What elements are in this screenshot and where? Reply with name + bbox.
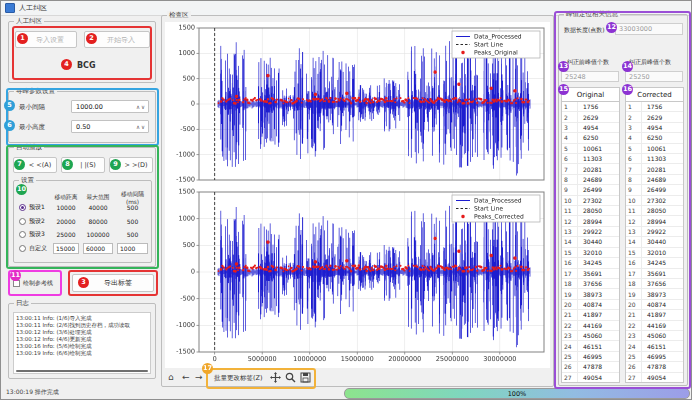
peak-row-index: 5 <box>562 144 578 153</box>
save-icon[interactable] <box>300 372 311 383</box>
preset-radio[interactable] <box>19 204 26 211</box>
peak-table-row[interactable]: 1837656 <box>626 279 683 289</box>
peak-table-row[interactable]: 926499 <box>626 185 683 195</box>
peak-table-row[interactable]: 611303 <box>562 154 619 164</box>
peak-table-row[interactable]: 720281 <box>626 164 683 174</box>
peak-table-row[interactable]: 11756 <box>562 102 619 112</box>
peak-table-row[interactable]: 1532010 <box>626 248 683 258</box>
peak-table-row[interactable]: 1634245 <box>626 258 683 268</box>
peak-table-row[interactable]: 2345060 <box>562 331 619 341</box>
peak-params-group: 寻峰参数设置 最小间隔 1000.00 ∧∨ 最小高度 0.50 ∧∨ <box>8 91 156 143</box>
peak-table-row[interactable]: 2141897 <box>562 310 619 320</box>
peak-table-row[interactable]: 2546995 <box>562 352 619 362</box>
preset-row[interactable]: 自定义15000600001000 <box>15 242 150 256</box>
chart-toolbar: ⌂ ← → 批量更改标签(Z) <box>164 370 544 388</box>
peak-table-row[interactable]: 1938973 <box>626 289 683 299</box>
zoom-icon[interactable] <box>285 372 296 383</box>
peak-table-row[interactable]: 2647878 <box>562 362 619 372</box>
preset-row[interactable]: 预设325000100000500 <box>15 228 150 242</box>
peak-table-row[interactable]: 34954 <box>562 123 619 133</box>
peak-table-row[interactable]: 2647878 <box>626 362 683 372</box>
settings-column-header: 移动距离 <box>51 193 81 202</box>
peak-table-row[interactable]: 1735691 <box>626 269 683 279</box>
peak-table-row[interactable]: 611303 <box>626 154 683 164</box>
batch-edit-labels-button[interactable]: 批量更改标签(Z) <box>214 374 263 383</box>
peak-table-row[interactable]: 2244169 <box>626 321 683 331</box>
back-icon[interactable]: ← <box>182 371 190 383</box>
peak-table-row[interactable]: 11756 <box>626 102 683 112</box>
peak-table-row[interactable]: 46250 <box>626 133 683 143</box>
signal-chart-corrected[interactable] <box>165 186 550 368</box>
peak-table-row[interactable]: 1228994 <box>562 216 619 226</box>
peak-table-row[interactable]: 1430440 <box>562 237 619 247</box>
min-height-spinbox[interactable]: 0.50 ∧∨ <box>71 120 149 133</box>
peak-table-row[interactable]: 2040874 <box>626 300 683 310</box>
peak-table-row[interactable]: 2345060 <box>626 331 683 341</box>
checkbox-icon[interactable] <box>13 280 20 287</box>
min-height-label: 最小高度 <box>19 123 45 132</box>
peak-table-row[interactable]: 1027302 <box>562 196 619 206</box>
preset-radio[interactable] <box>19 218 26 225</box>
peak-table-row[interactable]: 926499 <box>562 185 619 195</box>
peak-row-value: 28994 <box>578 216 602 225</box>
signal-chart-original[interactable] <box>165 22 550 186</box>
original-peaks-table[interactable]: Original 1175622629349544625051006161130… <box>561 87 620 383</box>
peak-row-value: 40874 <box>578 300 602 309</box>
peak-table-row[interactable]: 2244169 <box>562 321 619 331</box>
log-line: 13:00:16 Info: (5/6)绘制完成 <box>14 343 150 350</box>
peak-table-row[interactable]: 2546995 <box>626 352 683 362</box>
peak-row-value: 32010 <box>642 248 666 257</box>
peak-table-row[interactable]: 1329922 <box>562 227 619 237</box>
peak-table-row[interactable]: 510061 <box>562 144 619 154</box>
peak-table-row[interactable]: 1329922 <box>626 227 683 237</box>
peak-table-row[interactable]: 34954 <box>626 123 683 133</box>
forward-icon[interactable]: → <box>195 371 203 383</box>
mode-label: BCG <box>77 61 96 70</box>
peak-row-index: 1 <box>562 102 578 111</box>
preset-row[interactable]: 预设22000080000500 <box>15 215 150 229</box>
preset-radio[interactable] <box>19 231 26 238</box>
peak-table-row[interactable]: 46250 <box>562 133 619 143</box>
peak-table-row[interactable]: 824689 <box>626 175 683 185</box>
peak-row-value: 38973 <box>642 289 666 298</box>
peak-table-row[interactable]: 1735691 <box>562 269 619 279</box>
peak-table-row[interactable]: 1128050 <box>562 206 619 216</box>
peak-table-row[interactable]: 1430440 <box>626 237 683 247</box>
peak-table-row[interactable]: 2446151 <box>562 341 619 351</box>
settings-column-header: 最大范围 <box>81 193 115 202</box>
peak-table-row[interactable]: 1634245 <box>562 258 619 268</box>
min-interval-spinbox[interactable]: 1000.00 ∧∨ <box>71 100 149 113</box>
peak-table-row[interactable]: 824689 <box>562 175 619 185</box>
preset-value-input[interactable]: 60000 <box>83 243 113 254</box>
peak-table-row[interactable]: 1027302 <box>626 196 683 206</box>
peak-table-row[interactable]: 1837656 <box>562 279 619 289</box>
peak-table-row[interactable]: 2040874 <box>562 300 619 310</box>
peak-table-row[interactable]: 720281 <box>562 164 619 174</box>
peak-table-row[interactable]: 22629 <box>562 112 619 122</box>
log-group: 日志 13:00:11 Info: (1/6)导入完成13:00:11 Info… <box>8 303 156 379</box>
peak-table-row[interactable]: 1228994 <box>626 216 683 226</box>
peak-table-row[interactable]: 22629 <box>626 112 683 122</box>
log-scrollbar[interactable] <box>16 370 148 372</box>
home-icon[interactable]: ⌂ <box>168 371 174 383</box>
peak-table-row[interactable]: 2446151 <box>626 341 683 351</box>
spinner-arrows-icon[interactable]: ∧∨ <box>136 101 146 112</box>
preset-value-input[interactable]: 1000 <box>117 243 148 254</box>
reference-line-checkbox[interactable]: 绘制参考线 <box>13 279 53 288</box>
peak-row-index: 6 <box>562 154 578 163</box>
peak-table-row[interactable]: 1532010 <box>562 248 619 258</box>
corrected-peaks-table[interactable]: Corrected 117562262934954462505100616113… <box>625 87 684 383</box>
spinner-arrows-icon[interactable]: ∧∨ <box>136 121 146 132</box>
peak-table-row[interactable]: 2141897 <box>626 310 683 320</box>
log-box[interactable]: 13:00:11 Info: (1/6)导入完成13:00:11 Info: (… <box>13 312 151 374</box>
peak-table-row[interactable]: 2749054 <box>562 373 619 382</box>
preset-value-input[interactable]: 15000 <box>53 243 79 254</box>
peak-table-row[interactable]: 510061 <box>626 144 683 154</box>
peak-table-row[interactable]: 1128050 <box>626 206 683 216</box>
preset-radio[interactable] <box>19 245 26 252</box>
peak-row-index: 21 <box>626 310 642 319</box>
peak-row-value: 44169 <box>578 321 602 330</box>
pan-icon[interactable] <box>270 372 281 383</box>
peak-table-row[interactable]: 2749054 <box>626 373 683 382</box>
peak-table-row[interactable]: 1938973 <box>562 289 619 299</box>
